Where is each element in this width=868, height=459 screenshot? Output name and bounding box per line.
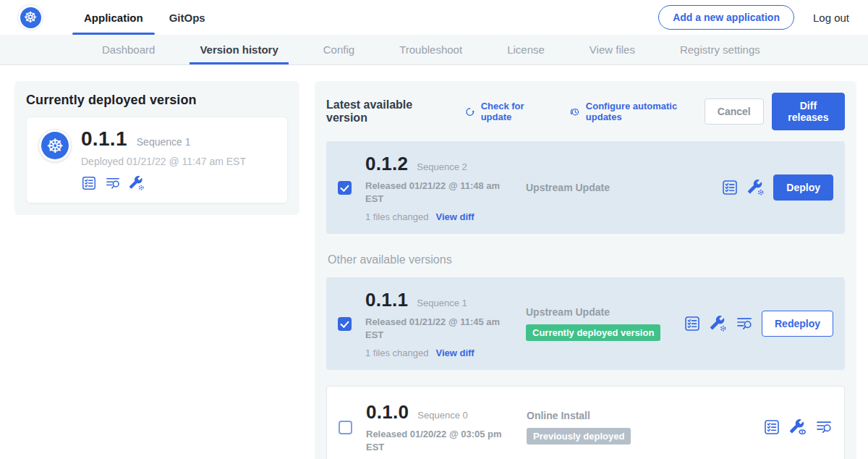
tab-license[interactable]: License [506,35,546,64]
currently-deployed-card: Currently deployed version ☸ 0.1.1 Seque… [14,81,299,215]
deployed-timestamp: Deployed 01/21/22 @ 11:47 am EST [81,156,246,167]
top-navigation: ☸ Application GitOps Add a new applicati… [0,0,868,35]
version-source: Upstream Update [526,306,681,318]
sequence-label: Sequence 0 [417,410,467,421]
preflight-checks-icon[interactable] [721,179,739,196]
preflight-checks-icon[interactable] [684,315,701,332]
version-source: Upstream Update [526,182,681,193]
version-number: 0.1.1 [365,289,408,311]
add-new-application-button[interactable]: Add a new application [658,5,794,30]
app-section-tabs: Dashboard Version history Config Trouble… [0,35,868,65]
tab-gitops[interactable]: GitOps [156,0,218,35]
version-source: Online Install [527,410,682,421]
view-diff-link[interactable]: View diff [435,211,474,222]
app-gitops-tabs: Application GitOps [71,0,218,35]
version-number: 0.1.0 [366,401,409,424]
version-row-0-1-1: 0.1.1 Sequence 1 Released 01/21/22 @ 11:… [326,277,845,370]
version-history-page: Currently deployed version ☸ 0.1.1 Seque… [0,65,868,459]
released-timestamp: Released 01/21/22 @ 11:48 am EST [365,180,504,205]
other-versions-heading: Other available versions [328,253,845,266]
redeploy-button[interactable]: Redeploy [762,311,833,337]
deployed-version-tile: ☸ 0.1.1 Sequence 1 Deployed 01/21/22 @ 1… [26,117,288,203]
available-updates-panel: Latest available version Check for updat… [315,81,856,459]
deploy-logs-icon[interactable] [105,175,121,191]
tab-dashboard[interactable]: Dashboard [101,35,156,64]
tab-troubleshoot[interactable]: Troubleshoot [398,35,464,64]
files-changed-label: 1 files changed [365,211,428,222]
released-timestamp: Released 01/21/22 @ 11:45 am EST [365,316,504,341]
cancel-button[interactable]: Cancel [705,98,764,125]
version-checkbox[interactable] [338,317,352,331]
preflight-checks-icon[interactable] [763,418,780,436]
config-wrench-gear-icon[interactable] [129,175,145,191]
config-wrench-gear-icon[interactable] [710,315,727,332]
version-checkbox[interactable] [338,181,352,195]
deployed-version-number: 0.1.1 [81,127,127,151]
configure-automatic-updates-link[interactable]: Configure automatic updates [569,101,705,122]
tab-application[interactable]: Application [71,0,156,35]
sequence-label: Sequence 1 [417,298,467,308]
preflight-checks-icon[interactable] [81,175,97,191]
currently-deployed-badge: Currently deployed version [526,324,660,341]
latest-available-title: Latest available version [326,98,446,125]
version-number: 0.1.2 [365,153,408,175]
kubernetes-logo[interactable]: ☸ [17,4,43,30]
kubernetes-helm-icon: ☸ [20,7,41,28]
previously-deployed-badge: Previously deployed [527,428,631,445]
tab-registry-settings[interactable]: Registry settings [678,35,762,64]
released-timestamp: Released 01/20/22 @ 03:05 pm EST [366,428,505,453]
logout-link[interactable]: Log out [813,12,849,24]
version-row-0-1-0: 0.1.0 Sequence 0 Released 01/20/22 @ 03:… [326,386,845,459]
view-diff-link[interactable]: View diff [435,348,474,358]
sequence-label: Sequence 2 [417,161,467,172]
app-logo: ☸ [38,129,72,162]
tab-view-files[interactable]: View files [588,35,637,64]
kubernetes-helm-icon: ☸ [41,132,69,159]
refresh-icon [464,106,475,118]
deploy-logs-icon[interactable] [815,418,833,436]
config-view-wrench-eye-icon[interactable] [789,418,807,436]
version-checkbox[interactable] [339,421,352,434]
config-wrench-gear-icon[interactable] [747,179,765,196]
version-row-0-1-2: 0.1.2 Sequence 2 Released 01/21/22 @ 11:… [326,141,845,234]
deployed-card-title: Currently deployed version [26,93,288,108]
deployed-sequence-label: Sequence 1 [137,136,191,148]
diff-releases-button[interactable]: Diff releases [772,93,845,130]
clock-refresh-icon [569,106,581,118]
tab-version-history[interactable]: Version history [198,35,279,64]
check-for-update-link[interactable]: Check for update [464,101,550,122]
deploy-logs-icon[interactable] [736,315,753,332]
deploy-button[interactable]: Deploy [773,174,833,201]
tab-config[interactable]: Config [322,35,356,64]
files-changed-label: 1 files changed [365,348,428,358]
